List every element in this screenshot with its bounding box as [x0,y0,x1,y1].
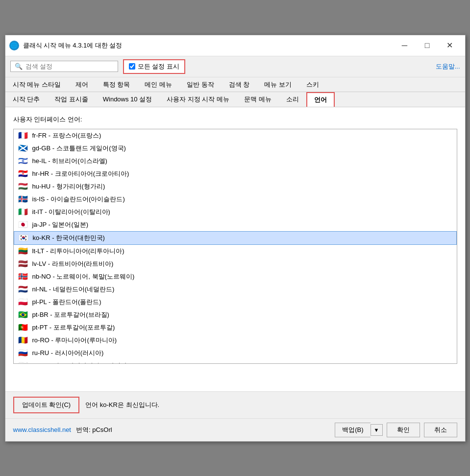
tab-taskbar[interactable]: 작업 표시줄 [47,92,96,107]
language-text-lv-LV: lv-LV - 라트비아어(라트비아) [32,260,114,268]
flag-icon-it-IT: 🇮🇹 [18,208,28,215]
search-input[interactable] [25,63,114,70]
tab-main-menu[interactable]: 메인 메뉴 [137,77,179,92]
backup-button-group: 백업(B) ▼ [335,423,382,437]
search-icon: 🔍 [15,63,23,70]
flag-icon-hu-HU: 🇭🇺 [18,183,28,190]
language-item-lt-LT[interactable]: 🇱🇹lt-LT - 리투아니아어(리투아니아) [14,245,457,258]
footer-buttons: 백업(B) ▼ 확인 취소 [335,423,457,437]
tab-control[interactable]: 제어 [68,77,96,92]
flag-icon-pt-BR: 🇧🇷 [18,311,28,318]
language-item-ja-JP[interactable]: 🇯🇵ja-JP - 일본어(일본) [14,218,457,231]
language-text-ru-RU: ru-RU - 러시아어(러시아) [32,349,104,357]
show-all-label[interactable]: 모든 설정 표시 [123,59,185,74]
minimize-button[interactable]: ─ [394,38,416,53]
flag-icon-ro-RO: 🇷🇴 [18,336,28,344]
tab-skin[interactable]: 스키 [299,77,326,92]
flag-icon-he-IL: 🇮🇱 [18,157,28,165]
language-item-ro-RO[interactable]: 🇷🇴ro-RO - 루마니아어(루마니아) [14,334,457,347]
language-text-it-IT: it-IT - 이탈리아어(이탈리아) [32,208,110,216]
search-box: 🔍 [10,61,118,72]
language-item-nb-NO[interactable]: 🇳🇴nb-NO - 노르웨이어, 북말(노르웨이) [14,270,457,283]
close-button[interactable]: ✕ [439,38,461,53]
language-text-ro-RO: ro-RO - 루마니아어(루마니아) [32,336,117,345]
tabs-container: 시작 메뉴 스타일제어특정 항목메인 메뉴일반 동작검색 창메뉴 보기스키 시작… [5,77,465,107]
flag-icon-lv-LV: 🇱🇻 [18,260,28,267]
content-area: 사용자 인터페이스 언어: 🇫🇷fr-FR - 프랑스어(프랑스)🏴󠁧󠁢󠁳󠁣󠁴󠁿… [5,107,465,391]
language-text-fr-FR: fr-FR - 프랑스어(프랑스) [32,131,101,140]
maximize-button[interactable]: □ [416,38,439,53]
language-item-gd-GB[interactable]: 🏴󠁧󠁢󠁳󠁣󠁴󠁿gd-GB - 스코틀랜드 게일어(영국) [14,142,457,155]
flag-icon-ja-JP: 🇯🇵 [18,221,28,228]
backup-dropdown-button[interactable]: ▼ [371,424,383,436]
flag-icon-gd-GB: 🏴󠁧󠁢󠁳󠁣󠁴󠁿 [18,144,28,152]
bottom-section: 업데이트 확인(C) 언어 ko-KR은 최신입니다. [5,391,465,418]
help-link[interactable]: 도움말... [436,62,460,71]
language-item-pt-PT[interactable]: 🇵🇹pt-PT - 포르투갈어(포르투갈) [14,321,457,334]
language-item-it-IT[interactable]: 🇮🇹it-IT - 이탈리아어(이탈리아) [14,206,457,218]
footer: www.classicshell.net 번역: pCsOrl 백업(B) ▼ … [5,418,465,441]
language-item-sk-SK[interactable]: 🇸🇰sk-SK - 슬로바키아어(슬로바키아) [14,359,457,363]
translator-label: 번역: pCsOrl [76,426,112,434]
show-all-text: 모든 설정 표시 [138,62,179,71]
flag-icon-pt-PT: 🇵🇹 [18,324,28,331]
tab-language[interactable]: 언어 [306,92,335,107]
title-bar: 🌐 클래식 시작 메뉴 4.3.1에 대한 설정 ─ □ ✕ [5,35,465,56]
language-item-nl-NL[interactable]: 🇳🇱nl-NL - 네덜란드어(네덜란드) [14,283,457,296]
language-text-nl-NL: nl-NL - 네덜란드어(네덜란드) [32,285,115,294]
tab-win10[interactable]: Windows 10 설정 [96,92,159,107]
flag-icon-pl-PL: 🇵🇱 [18,298,28,306]
language-text-he-IL: he-IL - 히브리어(이스라엘) [32,157,107,166]
tabs-row-1: 시작 메뉴 스타일제어특정 항목메인 메뉴일반 동작검색 창메뉴 보기스키 [5,77,465,92]
flag-icon-nl-NL: 🇳🇱 [18,286,28,293]
language-section-label: 사용자 인터페이스 언어: [13,115,457,124]
show-all-checkbox[interactable] [129,63,135,70]
language-item-lv-LV[interactable]: 🇱🇻lv-LV - 라트비아어(라트비아) [14,258,457,270]
language-item-hr-HR[interactable]: 🇭🇷hr-HR - 크로아티아어(크로아티아) [14,167,457,180]
classicshell-link[interactable]: www.classicshell.net [13,426,72,433]
flag-icon-fr-FR: 🇫🇷 [18,132,28,139]
tab-start-style[interactable]: 시작 메뉴 스타일 [5,77,68,92]
language-list: 🇫🇷fr-FR - 프랑스어(프랑스)🏴󠁧󠁢󠁳󠁣󠁴󠁿gd-GB - 스코틀랜드 … [14,129,457,363]
app-icon: 🌐 [9,41,19,50]
language-item-ko-KR[interactable]: 🇰🇷ko-KR - 한국어(대한민국) [14,231,457,245]
flag-icon-hr-HR: 🇭🇷 [18,170,28,177]
language-item-fr-FR[interactable]: 🇫🇷fr-FR - 프랑스어(프랑스) [14,129,457,142]
language-text-is-IS: is-IS - 아이슬란드어(아이슬란드) [32,195,125,204]
language-list-container: 🇫🇷fr-FR - 프랑스어(프랑스)🏴󠁧󠁢󠁳󠁣󠁴󠁿gd-GB - 스코틀랜드 … [13,129,457,364]
update-check-button[interactable]: 업데이트 확인(C) [13,397,80,413]
language-text-ko-KR: ko-KR - 한국어(대한민국) [33,234,105,242]
language-text-hr-HR: hr-HR - 크로아티아어(크로아티아) [32,169,129,178]
language-text-gd-GB: gd-GB - 스코틀랜드 게일어(영국) [32,144,126,153]
language-item-pl-PL[interactable]: 🇵🇱pl-PL - 폴란드어(폴란드) [14,296,457,309]
tab-general-behavior[interactable]: 일반 동작 [179,77,222,92]
language-text-pt-BR: pt-BR - 포르투갈어(브라질) [32,310,109,319]
language-item-he-IL[interactable]: 🇮🇱he-IL - 히브리어(이스라엘) [14,155,457,167]
language-text-pl-PL: pl-PL - 폴란드어(폴란드) [32,298,101,307]
tab-special-items[interactable]: 특정 항목 [96,77,138,92]
window-controls: ─ □ ✕ [394,38,461,53]
language-item-pt-BR[interactable]: 🇧🇷pt-BR - 포르투갈어(브라질) [14,309,457,321]
tab-context-menu[interactable]: 문맥 메뉴 [237,92,279,107]
window-title: 클래식 시작 메뉴 4.3.1에 대한 설정 [23,41,390,50]
language-text-nb-NO: nb-NO - 노르웨이어, 북말(노르웨이) [32,272,135,281]
language-item-hu-HU[interactable]: 🇭🇺hu-HU - 형가리어(형가리) [14,180,457,193]
tab-menu-view[interactable]: 메뉴 보기 [257,77,299,92]
language-text-ja-JP: ja-JP - 일본어(일본) [32,220,89,229]
tab-start-btn[interactable]: 시작 단추 [5,92,48,107]
cancel-button[interactable]: 취소 [424,423,457,437]
tab-sound[interactable]: 소리 [279,92,306,107]
language-text-sk-SK: sk-SK - 슬로바키아어(슬로바키아) [32,361,129,363]
confirm-button[interactable]: 확인 [387,423,420,437]
main-window: 🌐 클래식 시작 메뉴 4.3.1에 대한 설정 ─ □ ✕ 🔍 모든 설정 표… [5,35,466,442]
flag-icon-lt-LT: 🇱🇹 [18,247,28,255]
language-text-pt-PT: pt-PT - 포르투갈어(포르투갈) [32,323,115,332]
flag-icon-is-IS: 🇮🇸 [18,195,28,203]
language-item-ru-RU[interactable]: 🇷🇺ru-RU - 러시아어(러시아) [14,347,457,359]
backup-main-button[interactable]: 백업(B) [335,423,370,437]
tab-search-box[interactable]: 검색 창 [222,77,257,92]
flag-icon-sk-SK: 🇸🇰 [18,362,28,363]
language-item-is-IS[interactable]: 🇮🇸is-IS - 아이슬란드어(아이슬란드) [14,193,457,206]
update-status: 언어 ko-KR은 최신입니다. [85,401,159,409]
tab-custom-start[interactable]: 사용자 지정 시작 메뉴 [159,92,237,107]
